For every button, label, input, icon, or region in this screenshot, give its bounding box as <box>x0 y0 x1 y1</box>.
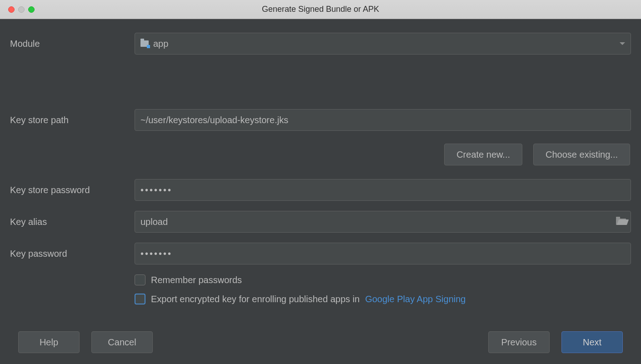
close-window-button[interactable] <box>8 6 15 13</box>
key-password-field[interactable]: ••••••• <box>135 243 631 264</box>
minimize-window-button[interactable] <box>18 6 25 13</box>
keystore-path-row: Key store path ~/user/keystores/upload-k… <box>10 109 631 131</box>
keystore-button-row: Create new... Choose existing... <box>135 144 631 165</box>
module-select[interactable]: app <box>135 33 631 55</box>
remember-passwords-checkbox[interactable] <box>135 274 145 285</box>
keystore-path-value: ~/user/keystores/upload-keystore.jks <box>140 115 288 125</box>
help-button[interactable]: Help <box>18 331 80 353</box>
module-label: Module <box>10 39 135 49</box>
module-folder-icon <box>140 40 149 47</box>
cancel-button[interactable]: Cancel <box>91 331 153 353</box>
google-play-app-signing-link[interactable]: Google Play App Signing <box>365 294 466 304</box>
key-password-row: Key password ••••••• <box>10 243 631 264</box>
titlebar: Generate Signed Bundle or APK <box>0 0 641 19</box>
chevron-down-icon <box>620 42 625 45</box>
keystore-password-value: ••••••• <box>140 185 172 195</box>
keystore-password-label: Key store password <box>10 185 135 195</box>
previous-button[interactable]: Previous <box>488 331 550 353</box>
key-alias-row: Key alias upload <box>10 211 631 233</box>
keystore-password-field[interactable]: ••••••• <box>135 179 631 201</box>
keystore-password-row: Key store password ••••••• <box>10 179 631 201</box>
key-alias-label: Key alias <box>10 217 135 227</box>
module-row: Module app <box>10 33 631 55</box>
maximize-window-button[interactable] <box>28 6 35 13</box>
module-select-value: app <box>153 39 168 49</box>
options: Remember passwords Export encrypted key … <box>135 274 631 304</box>
window-title: Generate Signed Bundle or APK <box>0 5 641 14</box>
key-password-value: ••••••• <box>140 249 172 259</box>
remember-passwords-row[interactable]: Remember passwords <box>135 274 631 285</box>
remember-passwords-label: Remember passwords <box>151 275 242 285</box>
export-key-row[interactable]: Export encrypted key for enrolling publi… <box>135 294 631 304</box>
dialog-content: Module app Key store path ~/user/keystor… <box>0 19 641 304</box>
key-alias-field[interactable]: upload <box>135 211 631 233</box>
dialog-footer: Help Cancel Previous Next <box>0 331 641 364</box>
window-controls <box>0 6 35 13</box>
key-password-label: Key password <box>10 249 135 259</box>
folder-open-icon[interactable] <box>616 219 626 225</box>
export-key-checkbox[interactable] <box>135 294 145 304</box>
choose-existing-button[interactable]: Choose existing... <box>533 144 630 165</box>
create-new-button[interactable]: Create new... <box>444 144 522 165</box>
key-alias-value: upload <box>140 217 168 227</box>
keystore-path-field[interactable]: ~/user/keystores/upload-keystore.jks <box>135 109 631 131</box>
next-button[interactable]: Next <box>561 331 623 353</box>
export-key-label: Export encrypted key for enrolling publi… <box>151 294 360 304</box>
keystore-path-label: Key store path <box>10 115 135 125</box>
